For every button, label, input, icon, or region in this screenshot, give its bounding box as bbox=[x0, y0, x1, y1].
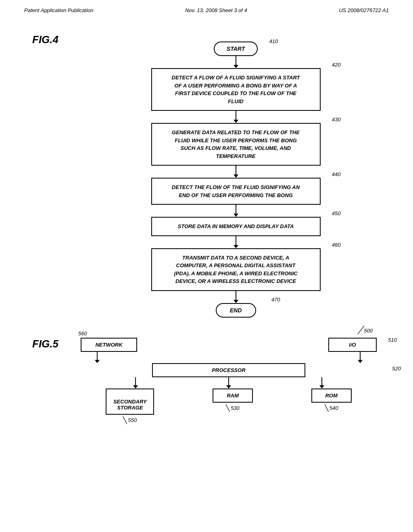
fig5-arrows-row1 bbox=[77, 352, 381, 363]
start-ref: 410 bbox=[269, 38, 278, 44]
end-ref: 470 bbox=[271, 297, 280, 303]
ram-box: RAM bbox=[213, 389, 253, 403]
ram-ref-row: ╲ 530 bbox=[226, 404, 240, 412]
network-box-wrapper: 560 NETWORK bbox=[81, 338, 137, 352]
step-460-box: TRANSMIT DATA TO A SECOND DEVICE, A COMP… bbox=[151, 248, 321, 291]
step-440-box: DETECT THE FLOW OF THE FLUID SIGNIFYING … bbox=[151, 178, 321, 205]
rom-box: ROM bbox=[311, 389, 352, 403]
step-450-text: STORE DATA IN MEMORY AND DISPLAY DATA bbox=[178, 223, 294, 229]
fig5-bottom-row: SECONDARY STORAGE ╲ 550 RAM ╲ bbox=[77, 389, 381, 424]
storage-slash-icon: ╲ bbox=[123, 416, 127, 424]
io-box-wrapper: I/O 510 bbox=[328, 338, 377, 352]
fig5-header: FIG.5 560 NETWORK bbox=[32, 338, 381, 424]
step-420-text: DETECT A FLOW OF A FLUID SIGNIFYING A ST… bbox=[172, 75, 300, 104]
fig5-label: FIG.5 bbox=[32, 338, 65, 350]
fig5-arrows-row2 bbox=[77, 377, 381, 389]
step-450-container: STORE DATA IN MEMORY AND DISPLAY DATA 45… bbox=[151, 217, 321, 236]
header-title: Patent Application Publication bbox=[24, 7, 94, 13]
io-box: I/O bbox=[328, 338, 377, 352]
secondary-ref: 550 bbox=[128, 417, 137, 423]
processor-box: PROCESSOR bbox=[152, 363, 305, 377]
step-440-ref: 440 bbox=[332, 171, 341, 177]
arrow-5 bbox=[234, 236, 238, 248]
header-patent: US 2008/0276722 A1 bbox=[339, 7, 389, 13]
page-header: Patent Application Publication Nov. 13, … bbox=[0, 0, 413, 17]
processor-row: PROCESSOR 520 bbox=[77, 363, 381, 377]
step-450-ref: 450 bbox=[332, 210, 341, 216]
ref-500: ╱ 500 bbox=[358, 326, 373, 335]
step-420-box: DETECT A FLOW OF A FLUID SIGNIFYING A ST… bbox=[151, 68, 321, 111]
network-down-arrow bbox=[95, 352, 100, 363]
network-ref: 560 bbox=[78, 330, 87, 337]
start-node: START 410 bbox=[214, 42, 258, 56]
ram-down-arrow bbox=[226, 377, 231, 389]
secondary-storage-column: SECONDARY STORAGE ╲ 550 bbox=[106, 389, 154, 424]
step-430-ref: 430 bbox=[332, 116, 341, 123]
io-ref: 510 bbox=[388, 337, 397, 343]
rom-column: ROM ╲ 540 bbox=[311, 389, 352, 412]
step-420-ref: 420 bbox=[332, 62, 341, 68]
io-down-arrow bbox=[358, 352, 363, 363]
end-node: END 470 bbox=[216, 303, 256, 318]
arrow-1 bbox=[234, 56, 238, 68]
slash-icon: ╱ bbox=[358, 326, 363, 334]
end-label: END bbox=[230, 307, 242, 314]
rom-slash-icon: ╲ bbox=[325, 404, 329, 412]
rom-ref-row: ╲ 540 bbox=[325, 404, 338, 412]
storage-down-arrow bbox=[133, 377, 138, 389]
arrow-3 bbox=[234, 166, 238, 178]
rom-down-arrow bbox=[319, 377, 324, 389]
ram-column: RAM ╲ 530 bbox=[213, 389, 253, 412]
rom-ref: 540 bbox=[330, 405, 338, 411]
page-content: FIG.4 START 410 DETECT A FLOW OF A FLUID… bbox=[0, 17, 413, 440]
secondary-ref-row: ╲ 550 bbox=[123, 416, 137, 424]
step-460-ref: 460 bbox=[332, 242, 341, 248]
fig5-top-row: 560 NETWORK I/O 510 bbox=[77, 338, 381, 352]
end-oval: END bbox=[216, 303, 256, 318]
step-450-box: STORE DATA IN MEMORY AND DISPLAY DATA bbox=[151, 217, 321, 236]
step-440-container: DETECT THE FLOW OF THE FLUID SIGNIFYING … bbox=[151, 178, 321, 205]
step-420-container: DETECT A FLOW OF A FLUID SIGNIFYING A ST… bbox=[151, 68, 321, 111]
fig5-diagram: 560 NETWORK I/O 510 bbox=[77, 338, 381, 424]
ram-ref: 530 bbox=[231, 405, 240, 411]
arrow-2 bbox=[234, 111, 238, 123]
processor-ref: 520 bbox=[392, 366, 401, 372]
step-430-container: GENERATE DATA RELATED TO THE FLOW OF THE… bbox=[151, 123, 321, 166]
step-430-text: GENERATE DATA RELATED TO THE FLOW OF THE… bbox=[172, 129, 300, 159]
arrow-6 bbox=[234, 291, 238, 303]
network-column: 560 NETWORK bbox=[81, 338, 137, 352]
io-column: I/O 510 bbox=[328, 338, 377, 352]
fig4-label: FIG.4 bbox=[32, 33, 58, 46]
fig5-section: ╱ 500 FIG.5 560 NETWORK bbox=[32, 338, 381, 424]
step-430-box: GENERATE DATA RELATED TO THE FLOW OF THE… bbox=[151, 123, 321, 166]
arrow-4 bbox=[234, 205, 238, 217]
header-date: Nov. 13, 2008 Sheet 3 of 4 bbox=[185, 7, 247, 13]
start-label: START bbox=[227, 46, 245, 52]
ram-slash-icon: ╲ bbox=[226, 404, 230, 412]
secondary-storage-box: SECONDARY STORAGE bbox=[106, 389, 154, 415]
step-460-container: TRANSMIT DATA TO A SECOND DEVICE, A COMP… bbox=[151, 248, 321, 291]
fig4-flowchart: START 410 DETECT A FLOW OF A FLUID SIGNI… bbox=[67, 29, 381, 318]
step-440-text: DETECT THE FLOW OF THE FLUID SIGNIFYING … bbox=[172, 184, 300, 198]
step-460-text: TRANSMIT DATA TO A SECOND DEVICE, A COMP… bbox=[174, 255, 297, 285]
network-box: NETWORK bbox=[81, 338, 137, 352]
start-oval: START bbox=[214, 42, 258, 56]
